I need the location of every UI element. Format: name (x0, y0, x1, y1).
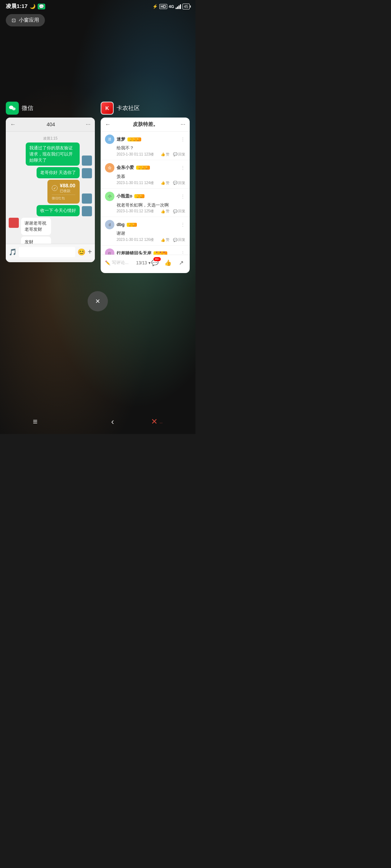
reply-action[interactable]: 💬 回复 (173, 209, 185, 214)
wechat-app-icon (6, 102, 19, 115)
kanong-card[interactable]: ← 皮肤特差。 ··· 迷 迷梦 🏆🏆🏆 (101, 118, 190, 273)
comment-text: 谢谢 (117, 230, 185, 237)
comment-username: 迷梦 (117, 136, 125, 142)
comment-user: d dbg 🏆🏆 (105, 220, 137, 229)
comment-menu-icon[interactable]: ⋮ (180, 136, 185, 142)
comment-menu-icon[interactable]: ⋮ (180, 250, 185, 255)
add-icon[interactable]: + (88, 248, 92, 256)
kanong-app-icon: K (101, 102, 114, 115)
msg-bubble-sent: 老哥你好 天选你了 (37, 167, 80, 178)
wechat-chat-area: 凌晨1:15 我通过了你的朋友验证请求，现在我们可以开始聊天了 老哥你好 天选你… (6, 132, 95, 244)
msg-bubble-received: 发财 (21, 237, 51, 244)
comment-menu-icon[interactable]: ⋮ (180, 193, 185, 199)
msg-row-payment: ✓ ¥88.00 已收款 微信红包 (9, 180, 92, 204)
like-label: 赞 (166, 152, 169, 157)
status-left: 凌晨1:17 🌙 💬 (6, 3, 45, 10)
like-label: 赞 (166, 237, 169, 242)
kanong-post-title: 皮肤特差。 (133, 121, 158, 128)
wechat-header: ← 404 ··· (6, 118, 95, 132)
comment-header: 迷 迷梦 🏆🏆🏆 ⋮ (105, 135, 185, 144)
status-time: 凌晨1:17 (6, 3, 28, 10)
reply-label: 回复 (178, 209, 185, 214)
comment-item: d dbg 🏆🏆 ⋮ 谢谢 2023-1-30 01:12 126楼 👍 (101, 217, 190, 246)
reply-action[interactable]: 💬 回复 (173, 237, 185, 242)
comment-count-button[interactable]: 💬 99+ (151, 259, 159, 267)
page-number: 13/13 (136, 260, 147, 265)
comment-time: 2023-1-30 01:12 126楼 (117, 237, 154, 242)
kanong-header: ← 皮肤特差。 ··· (101, 118, 190, 132)
menu-button[interactable]: ≡ (33, 417, 38, 426)
voice-icon[interactable]: 🎵 (9, 248, 17, 256)
comment-username: dbg (117, 222, 125, 227)
back-button[interactable]: ‹ (111, 417, 114, 427)
comment-item: 会 会东小爱 🏆🏆🏆 ⋮ 羡慕 2023-1-30 01:11 124楼 👍 (101, 160, 190, 189)
msg-bubble-sent: 收一下 今天心情好 (37, 205, 80, 216)
msg-row: 收一下 今天心情好 (9, 205, 92, 216)
comment-user: 迷 迷梦 🏆🏆🏆 (105, 135, 141, 144)
wechat-back-icon[interactable]: ← (10, 121, 16, 128)
like-action[interactable]: 👍 赞 (161, 180, 169, 186)
comment-actions: 👍 赞 💬 回复 (161, 152, 185, 157)
close-all-apps-button[interactable]: × (88, 291, 108, 311)
recent-apps-button[interactable]: ✕ ··· (151, 417, 163, 426)
pencil-icon: ✏️ (105, 260, 110, 265)
bluetooth-icon: ⚡ (152, 4, 158, 9)
status-right: ⚡ HD 4G 45 (152, 4, 190, 9)
wechat-chat-title: 404 (47, 122, 55, 127)
like-action[interactable]: 👍 赞 (161, 152, 169, 157)
comment-menu-icon[interactable]: ⋮ (180, 165, 185, 171)
comment-item: 行 行差踏错回头无岸 🎖️🎖️🎖️ ⋮ @行差踏错回头无岸 发表于 2023-1… (101, 246, 190, 255)
kanong-back-icon[interactable]: ← (105, 121, 111, 128)
wechat-app-name: 微信 (22, 105, 33, 112)
page-indicator[interactable]: 13/13 ▾ (136, 260, 151, 265)
comment-header: 小 小瓶盖o 🏆🏆 ⋮ (105, 192, 185, 201)
msg-bubble-received: 谢谢老哥祝老哥发财 (21, 218, 51, 235)
comment-text: 给我不？ (117, 145, 185, 151)
like-icon: 👍 (161, 238, 165, 242)
user-badge: 🎖️🎖️🎖️ (154, 251, 167, 255)
comment-meta: 2023-1-30 01:12 125楼 👍 赞 💬 回复 (117, 209, 185, 214)
small-window-icon: ⊡ (12, 17, 16, 23)
payment-bubble-sent: ✓ ¥88.00 已收款 微信红包 (47, 180, 80, 204)
user-badge: 🏆🏆🏆 (136, 166, 150, 170)
reply-label: 回复 (178, 180, 185, 186)
msg-row: 老哥你好 天选你了 (9, 167, 92, 178)
app-cards-container: 微信 ← 404 ··· 凌晨1:15 我通过了你的朋友验证请求，现在我们可以开… (0, 29, 196, 273)
reply-action[interactable]: 💬 回复 (173, 152, 185, 157)
comment-meta: 2023-1-30 01:11 123楼 👍 赞 💬 回复 (117, 152, 185, 157)
comment-time: 2023-1-30 01:11 124楼 (117, 180, 154, 186)
small-window-button[interactable]: ⊡ 小窗应用 (6, 14, 45, 26)
user-badge: 🏆🏆🏆 (127, 137, 141, 141)
msg-time: 凌晨1:15 (9, 136, 92, 141)
share-icon: ↗ (179, 259, 184, 266)
kanong-app-label: K 卡农社区 (101, 102, 190, 115)
like-action[interactable]: 👍 赞 (161, 209, 169, 214)
kanong-more-icon[interactable]: ··· (181, 121, 185, 128)
reply-icon: 💬 (173, 238, 177, 242)
like-icon: 👍 (164, 259, 172, 266)
comment-avatar: 行 (105, 248, 114, 255)
reply-action[interactable]: 💬 回复 (173, 180, 185, 186)
like-label: 赞 (166, 209, 169, 214)
share-button[interactable]: ↗ (177, 259, 185, 267)
write-comment-area[interactable]: ✏️ 写评论... (105, 260, 136, 266)
like-button[interactable]: 👍 (164, 259, 172, 267)
comment-user: 会 会东小爱 🏆🏆🏆 (105, 163, 150, 173)
comment-actions: 👍 赞 💬 回复 (161, 237, 185, 242)
kanong-card-wrapper: K 卡农社区 ← 皮肤特差。 ··· 迷 (101, 102, 190, 273)
reply-label: 回复 (178, 237, 185, 242)
wechat-status-icon: 💬 (38, 4, 45, 9)
like-action[interactable]: 👍 赞 (161, 237, 169, 242)
comment-menu-icon[interactable]: ⋮ (180, 222, 185, 227)
comment-header: 行 行差踏错回头无岸 🎖️🎖️🎖️ ⋮ (105, 248, 185, 255)
emoji-icon[interactable]: 😊 (77, 248, 85, 256)
comment-username: 会东小爱 (117, 165, 134, 171)
like-icon: 👍 (161, 181, 165, 185)
comment-time: 2023-1-30 01:12 125楼 (117, 209, 154, 214)
comment-user: 行 行差踏错回头无岸 🎖️🎖️🎖️ (105, 248, 167, 255)
wechat-card[interactable]: ← 404 ··· 凌晨1:15 我通过了你的朋友验证请求，现在我们可以开始聊天… (6, 118, 95, 262)
wechat-more-icon[interactable]: ··· (86, 121, 91, 128)
wechat-app-label: 微信 (6, 102, 95, 115)
checkmark-icon: ✓ (52, 185, 58, 191)
wechat-input-field[interactable] (19, 247, 75, 257)
